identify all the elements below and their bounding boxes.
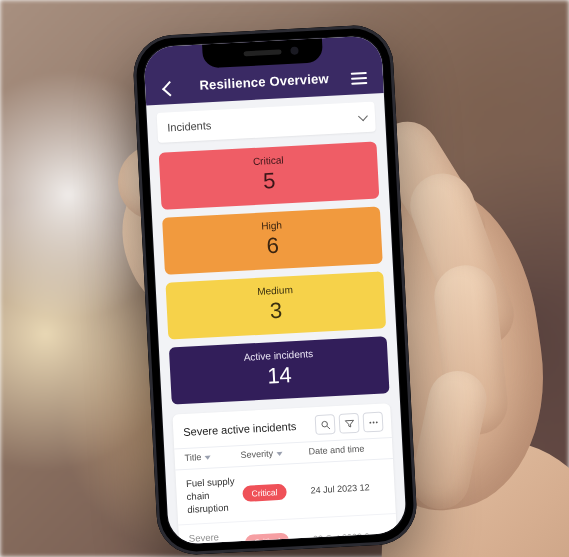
severity-badge: Critical [245,533,290,545]
svg-point-3 [372,421,374,423]
row-datetime: 23 Oct 2023 0 [313,531,387,545]
col-datetime[interactable]: Date and time [308,443,382,457]
svg-line-1 [327,426,330,429]
filter-icon [343,418,355,430]
more-icon [367,416,379,428]
svg-point-4 [375,421,377,423]
svg-point-2 [369,421,371,423]
back-icon[interactable] [159,83,180,95]
page-title: Resilience Overview [199,71,329,93]
hamburger-icon [351,72,368,85]
phone-screen: Resilience Overview Incidents Critical 5 [143,35,407,545]
search-button[interactable] [315,414,336,435]
phone-device: Resilience Overview Incidents Critical 5 [132,24,419,557]
filter-button[interactable] [339,413,360,434]
severity-badge: Critical [242,484,287,502]
card-active-incidents[interactable]: Active incidents 14 [169,336,390,404]
card-high[interactable]: High 6 [162,206,383,274]
card-critical[interactable]: Critical 5 [159,141,380,209]
summary-cards: Critical 5 High 6 Medium 3 Active incide… [148,137,399,405]
row-title: Fuel supply chain disruption [186,475,240,516]
card-medium[interactable]: Medium 3 [165,271,386,339]
incidents-list: Severe active incidents Ti [172,403,398,545]
dropdown-selected: Incidents [167,119,212,133]
search-icon [319,419,331,431]
more-button[interactable] [363,412,384,433]
col-title[interactable]: Title [184,450,236,463]
col-severity[interactable]: Severity [240,447,304,460]
menu-button[interactable] [349,72,370,85]
row-datetime: 24 Jul 2023 12 [310,482,384,496]
row-title: Severe storm in the [189,531,242,545]
list-title: Severe active incidents [183,420,297,438]
view-dropdown[interactable]: Incidents [157,102,376,143]
chevron-down-icon [358,111,366,123]
svg-point-0 [321,421,327,427]
